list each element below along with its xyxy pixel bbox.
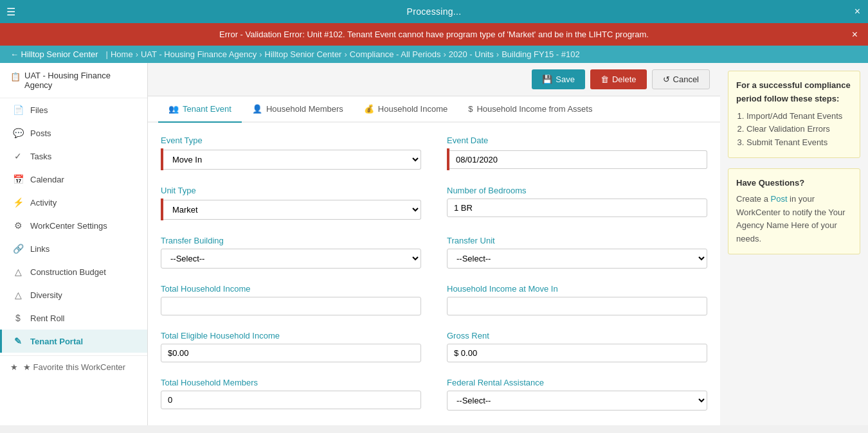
form-row-3: Transfer Building --Select-- Transfer Un… <box>161 236 707 269</box>
favorite-workcenter[interactable]: ★ ★ Favorite this WorkCenter <box>0 355 147 378</box>
content-wrapper: 💾 Save 🗑 Delete ↺ Cancel 👥 Tenant Event <box>148 63 868 425</box>
cancel-icon: ↺ <box>663 75 670 84</box>
form-row-6: Total Household Members 0 Federal Rental… <box>161 378 707 411</box>
posts-icon: 💬 <box>12 128 24 138</box>
transfer-building-group: Transfer Building --Select-- <box>161 236 421 269</box>
form-area: Event Type Move In Move Out Annual Recer… <box>148 123 720 425</box>
total-household-income-label: Total Household Income <box>161 284 421 294</box>
sidebar-item-calendar[interactable]: 📅 Calendar <box>0 168 147 191</box>
error-banner-close[interactable]: × <box>852 29 858 40</box>
main-content: 💾 Save 🗑 Delete ↺ Cancel 👥 Tenant Event <box>148 63 720 425</box>
unit-type-label: Unit Type <box>161 186 421 195</box>
org-name: UAT - Housing Finance Agency <box>24 71 137 90</box>
bedrooms-input[interactable]: 1 BR <box>447 199 707 217</box>
bedrooms-label: Number of Bedrooms <box>447 186 707 195</box>
delete-button[interactable]: 🗑 Delete <box>590 69 647 89</box>
favorite-label: ★ Favorite this WorkCenter <box>23 362 125 372</box>
household-income-move-in-group: Household Income at Move In <box>447 284 707 315</box>
gross-rent-group: Gross Rent $ 0.00 <box>447 331 707 362</box>
transfer-building-select[interactable]: --Select-- <box>161 249 421 269</box>
federal-rental-assistance-label: Federal Rental Assistance <box>447 378 707 387</box>
sidebar-item-diversity[interactable]: △ Diversity <box>0 283 147 306</box>
sidebar-item-label: Files <box>30 105 48 115</box>
sidebar-item-label: Calendar <box>30 175 64 184</box>
event-type-label: Event Type <box>161 136 421 145</box>
total-eligible-label: Total Eligible Household Income <box>161 331 421 340</box>
federal-rental-assistance-group: Federal Rental Assistance --Select-- Yes… <box>447 378 707 411</box>
household-income-icon: 💰 <box>364 104 374 114</box>
breadcrumb-bar: ← Hilltop Senior Center | Home › UAT - H… <box>0 46 868 63</box>
sidebar-item-label: Tenant Portal <box>30 337 83 346</box>
event-date-group: Event Date 08/01/2020 <box>447 136 707 170</box>
tab-household-income-assets[interactable]: $ Household Income from Assets <box>458 96 602 123</box>
transfer-building-label: Transfer Building <box>161 236 421 245</box>
unit-type-group: Unit Type Market LIHTC HOME Section 8 <box>161 186 421 220</box>
tab-household-members[interactable]: 👤 Household Members <box>242 96 354 123</box>
error-message: Error - Validation Error: Unit #102. Ten… <box>219 30 649 39</box>
sidebar-item-label: WorkCenter Settings <box>30 221 107 231</box>
transfer-unit-select[interactable]: --Select-- <box>447 249 707 269</box>
event-date-label: Event Date <box>447 136 707 145</box>
sidebar-item-workcenter-settings[interactable]: ⚙ WorkCenter Settings <box>0 214 147 237</box>
tenant-event-icon: 👥 <box>168 104 179 114</box>
sidebar-item-posts[interactable]: 💬 Posts <box>0 121 147 145</box>
sidebar-item-construction-budget[interactable]: △ Construction Budget <box>0 260 147 283</box>
sidebar-item-tenant-portal[interactable]: ✎ Tenant Portal <box>0 330 147 353</box>
total-members-group: Total Household Members 0 <box>161 378 421 409</box>
breadcrumb-center[interactable]: Hilltop Senior Center <box>265 49 342 59</box>
breadcrumb-back[interactable]: ← Hilltop Senior Center <box>10 49 98 59</box>
sidebar-item-links[interactable]: 🔗 Links <box>0 237 147 260</box>
tab-household-income[interactable]: 💰 Household Income <box>354 96 458 123</box>
sidebar-item-label: Activity <box>30 198 57 208</box>
total-members-input[interactable]: 0 <box>161 391 421 409</box>
sidebar-item-rent-roll[interactable]: $ Rent Roll <box>0 306 147 330</box>
gross-rent-input[interactable]: $ 0.00 <box>447 344 707 362</box>
right-sidebar: For a successful compliance period follo… <box>720 63 868 425</box>
sidebar-item-label: Rent Roll <box>30 314 64 323</box>
breadcrumb-building[interactable]: Building FY15 - #102 <box>502 49 579 59</box>
activity-icon: ⚡ <box>12 197 24 208</box>
compliance-steps-title: For a successful compliance period follo… <box>736 79 852 106</box>
menu-icon[interactable]: ☰ <box>6 6 15 18</box>
breadcrumb-compliance[interactable]: Compliance - All Periods <box>350 49 441 59</box>
step-1: Import/Add Tenant Events <box>746 110 852 123</box>
sidebar-item-tasks[interactable]: ✓ Tasks <box>0 145 147 168</box>
breadcrumb-home[interactable]: Home <box>111 49 133 59</box>
breadcrumb-units[interactable]: 2020 - Units <box>449 49 494 59</box>
save-icon: 💾 <box>542 75 552 84</box>
top-bar-close-icon[interactable]: × <box>854 6 860 17</box>
event-date-input[interactable]: 08/01/2020 <box>449 150 707 169</box>
transfer-unit-group: Transfer Unit --Select-- <box>447 236 707 269</box>
questions-title: Have Questions? <box>736 177 852 190</box>
assets-icon: $ <box>468 104 473 114</box>
calendar-icon: 📅 <box>12 174 24 184</box>
top-bar-title: Processing... <box>407 6 462 17</box>
federal-rental-assistance-select[interactable]: --Select-- Yes No <box>447 391 707 411</box>
transfer-unit-label: Transfer Unit <box>447 236 707 245</box>
sidebar-item-label: Tasks <box>30 152 51 161</box>
post-link[interactable]: Post <box>770 194 787 204</box>
main-layout: 📋 UAT - Housing Finance Agency 📄 Files 💬… <box>0 63 868 425</box>
total-household-income-group: Total Household Income <box>161 284 421 315</box>
event-type-select[interactable]: Move In Move Out Annual Recertification … <box>163 150 421 170</box>
total-eligible-input[interactable]: $0.00 <box>161 344 421 362</box>
top-bar: ☰ Processing... × <box>0 0 868 23</box>
files-icon: 📄 <box>12 105 24 115</box>
sidebar: 📋 UAT - Housing Finance Agency 📄 Files 💬… <box>0 63 148 425</box>
breadcrumb-agency[interactable]: UAT - Housing Finance Agency <box>141 49 257 59</box>
org-icon: 📋 <box>10 72 21 82</box>
save-button[interactable]: 💾 Save <box>532 69 585 89</box>
step-3: Submit Tenant Events <box>746 136 852 150</box>
form-row-2: Unit Type Market LIHTC HOME Section 8 <box>161 186 707 220</box>
rent-roll-icon: $ <box>12 313 24 323</box>
diversity-icon: △ <box>12 290 24 300</box>
step-2: Clear Validation Errors <box>746 123 852 136</box>
tab-tenant-event[interactable]: 👥 Tenant Event <box>158 96 242 123</box>
total-household-income-input[interactable] <box>161 297 421 315</box>
cancel-button[interactable]: ↺ Cancel <box>652 69 710 89</box>
sidebar-item-label: Construction Budget <box>30 267 106 277</box>
sidebar-item-activity[interactable]: ⚡ Activity <box>0 191 147 214</box>
sidebar-item-files[interactable]: 📄 Files <box>0 98 147 121</box>
household-income-move-in-input[interactable] <box>447 297 707 315</box>
unit-type-select[interactable]: Market LIHTC HOME Section 8 <box>163 200 421 220</box>
